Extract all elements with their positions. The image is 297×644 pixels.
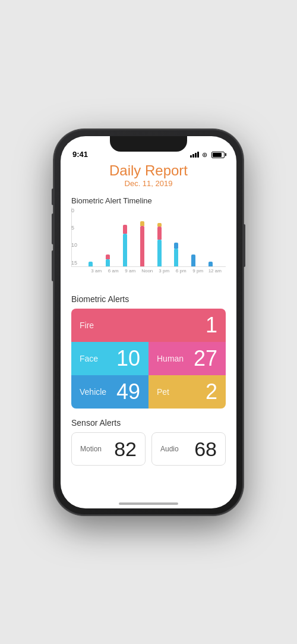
mute-button <box>52 189 53 205</box>
chart-bars <box>71 208 226 267</box>
alert-label-face: Face <box>80 354 98 363</box>
status-time: 9:41 <box>72 150 88 159</box>
bar-seg <box>123 234 127 266</box>
alert-label-human: Human <box>157 354 184 363</box>
bar-group-6pm <box>174 243 189 266</box>
x-label-9pm: 9 pm <box>189 268 207 274</box>
bar-seg <box>157 227 162 240</box>
signal-icon <box>190 152 199 158</box>
y-label-15: 15 <box>71 260 77 266</box>
chart-x-axis: 3 am 6 am 9 am Noon 3 pm 6 pm 9 pm 12 am <box>71 268 226 274</box>
bar-seg <box>123 225 127 234</box>
y-label-5: 5 <box>71 225 77 231</box>
battery-icon <box>211 152 225 158</box>
bar-group-9pm <box>191 255 206 266</box>
sensor-label-motion: Motion <box>80 445 102 453</box>
bar-group-3am <box>89 262 103 266</box>
screen-content: Daily Report Dec. 11, 2019 Biometric Ale… <box>61 162 236 508</box>
x-label-9am: 9 am <box>122 268 139 274</box>
biometric-alerts-grid: Fire 1 Face 10 Human 27 <box>71 309 226 409</box>
status-icons: ⊛ <box>190 151 225 159</box>
report-title: Daily Report <box>71 162 226 179</box>
bar-seg <box>140 221 144 226</box>
bar-group-3pm <box>157 223 172 266</box>
x-label-6pm: 6 pm <box>173 268 190 274</box>
home-indicator <box>119 502 178 505</box>
alert-cell-fire[interactable]: Fire 1 <box>71 309 226 342</box>
chart-y-axis: 15 10 5 0 <box>71 208 77 267</box>
report-header: Daily Report Dec. 11, 2019 <box>71 162 226 188</box>
bar-seg <box>157 240 162 266</box>
alert-count-human: 27 <box>194 348 217 369</box>
alert-cell-vehicle[interactable]: Vehicle 49 <box>71 375 148 409</box>
sensor-cell-audio[interactable]: Audio 68 <box>151 432 226 466</box>
bar-seg <box>174 249 178 266</box>
x-label-3am: 3 am <box>88 268 105 274</box>
y-label-10: 10 <box>71 242 77 248</box>
alert-row-vehicle-pet: Vehicle 49 Pet 2 <box>71 375 226 409</box>
x-label-noon: Noon <box>139 268 156 274</box>
chart-title: Biometric Alert Timeline <box>71 196 226 205</box>
bar-seg <box>106 259 110 266</box>
biometric-alerts-label: Biometric Alerts <box>71 294 226 304</box>
alert-cell-face[interactable]: Face 10 <box>71 342 148 375</box>
volume-up-button <box>52 213 53 244</box>
x-label-3pm: 3 pm <box>156 268 173 274</box>
sensor-alerts-label: Sensor Alerts <box>71 418 226 428</box>
bar-group-noon <box>140 221 155 266</box>
notch <box>110 136 187 152</box>
alert-cell-pet[interactable]: Pet 2 <box>148 375 226 409</box>
alert-count-face: 10 <box>116 348 140 369</box>
x-label-12am: 12 am <box>207 268 224 274</box>
bar-seg <box>174 243 178 249</box>
sensor-label-audio: Audio <box>160 445 179 453</box>
sensor-alerts-grid: Motion 82 Audio 68 <box>71 432 226 466</box>
bar-group-9am <box>123 225 138 266</box>
alert-label-pet: Pet <box>157 387 169 397</box>
report-date: Dec. 11, 2019 <box>71 179 226 188</box>
alert-count-vehicle: 49 <box>116 381 140 403</box>
volume-down-button <box>52 250 53 281</box>
power-button <box>244 224 245 267</box>
phone-screen: 9:41 ⊛ Daily Report Dec. 11, 2019 <box>61 136 236 508</box>
bar-seg <box>140 226 144 266</box>
chart-container: 15 10 5 0 <box>71 208 226 285</box>
sensor-count-motion: 82 <box>114 439 137 459</box>
sensor-cell-motion[interactable]: Motion 82 <box>71 432 146 466</box>
bar-group-12am <box>208 262 223 266</box>
chart-section: Biometric Alert Timeline 15 10 5 0 <box>71 196 226 285</box>
bar-group-6am <box>106 255 121 266</box>
alert-count-fire: 1 <box>206 315 217 336</box>
x-label-6am: 6 am <box>105 268 122 274</box>
alert-row-fire: Fire 1 <box>71 309 226 342</box>
bar-seg <box>208 262 213 266</box>
phone-frame: 9:41 ⊛ Daily Report Dec. 11, 2019 <box>53 129 244 516</box>
bar-seg <box>106 255 110 259</box>
bar-seg <box>191 255 195 266</box>
bar-seg <box>157 223 162 227</box>
sensor-count-audio: 68 <box>194 439 217 459</box>
y-label-0: 0 <box>71 208 77 213</box>
wifi-icon: ⊛ <box>202 151 207 159</box>
alert-cell-human[interactable]: Human 27 <box>148 342 226 375</box>
alert-count-pet: 2 <box>206 381 217 403</box>
alert-label-fire: Fire <box>80 321 94 330</box>
alert-row-face-human: Face 10 Human 27 <box>71 342 226 375</box>
bar-seg <box>89 262 93 266</box>
alert-label-vehicle: Vehicle <box>80 387 106 397</box>
